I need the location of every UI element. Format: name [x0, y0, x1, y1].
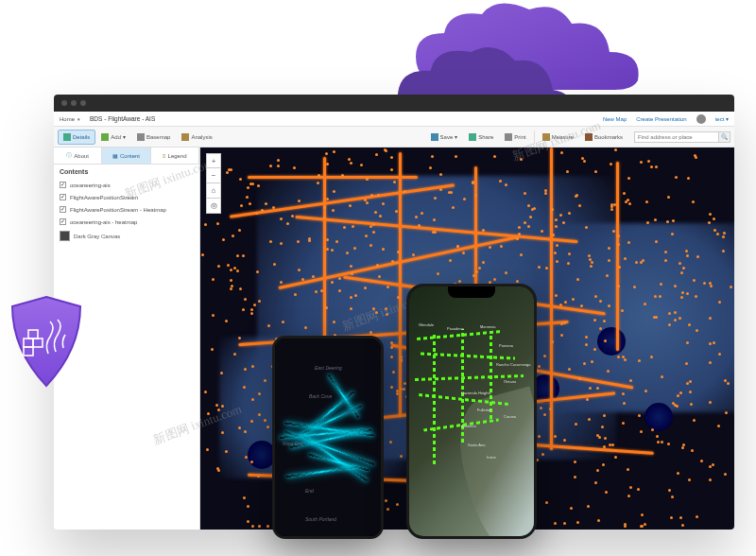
position-point: [222, 238, 225, 241]
position-point: [204, 391, 207, 393]
position-point: [266, 525, 269, 528]
position-point: [489, 246, 491, 249]
zoom-out-button[interactable]: −: [206, 168, 221, 183]
basemap-button[interactable]: Basemap: [131, 130, 176, 145]
position-point: [456, 245, 459, 248]
home-extent-button[interactable]: ⌂: [206, 183, 221, 199]
position-point: [562, 221, 565, 224]
position-point: [250, 460, 253, 463]
window-dot: [71, 100, 77, 106]
position-point: [655, 165, 658, 168]
add-button[interactable]: Add ▾: [95, 130, 131, 145]
position-point: [472, 181, 474, 183]
position-point: [612, 230, 615, 233]
chevron-down-icon: ▾: [77, 116, 80, 122]
tab-content[interactable]: ▦Content: [102, 148, 150, 164]
save-button[interactable]: Save ▾: [425, 130, 464, 145]
position-point: [277, 159, 280, 162]
checkbox-checked-icon[interactable]: [60, 206, 66, 213]
details-button[interactable]: Details: [58, 130, 95, 145]
position-point: [437, 272, 439, 275]
position-point: [233, 267, 236, 269]
position-point: [727, 382, 730, 385]
position-point: [206, 448, 209, 451]
position-point: [353, 247, 356, 250]
position-point: [690, 403, 693, 406]
new-map-link[interactable]: New Map: [603, 116, 627, 122]
position-point: [462, 252, 465, 254]
position-point: [236, 254, 239, 257]
user-name[interactable]: tect ▾: [715, 115, 729, 122]
position-point: [400, 359, 403, 362]
position-point: [261, 209, 264, 212]
flight-track: [550, 148, 553, 450]
position-point: [242, 308, 245, 311]
position-point: [251, 525, 254, 528]
position-point: [693, 419, 696, 422]
position-point: [624, 358, 627, 361]
search-input[interactable]: [634, 131, 719, 143]
position-point: [724, 473, 727, 476]
position-point: [556, 260, 558, 263]
checkbox-checked-icon[interactable]: [60, 194, 66, 200]
city-label: Pomona: [499, 343, 513, 348]
position-point: [390, 168, 393, 171]
position-point: [703, 282, 706, 285]
position-point: [717, 425, 720, 427]
home-button[interactable]: Home ▾: [60, 116, 80, 122]
position-point: [602, 463, 605, 466]
position-point: [269, 165, 272, 167]
route-line: [433, 332, 436, 464]
position-point: [554, 252, 557, 254]
tab-about[interactable]: ⓘAbout: [54, 148, 102, 164]
position-point: [668, 323, 671, 326]
zoom-in-button[interactable]: +: [206, 153, 221, 168]
position-point: [589, 387, 592, 390]
position-point: [563, 522, 566, 525]
position-point: [614, 456, 617, 459]
position-point: [266, 426, 269, 428]
save-icon: [431, 133, 438, 141]
city-label: Rancho Cucamonga: [496, 362, 530, 367]
position-point: [672, 402, 675, 405]
checkbox-checked-icon[interactable]: [60, 182, 66, 188]
checkbox-checked-icon[interactable]: [60, 218, 66, 225]
city-label: Monrovia: [480, 324, 495, 329]
toolbar: Details Add ▾ Basemap Analysis Save ▾ Sh…: [54, 127, 734, 148]
position-point: [599, 327, 602, 330]
position-point: [338, 289, 341, 292]
position-point: [576, 521, 579, 524]
avatar[interactable]: [696, 114, 706, 124]
position-point: [585, 343, 588, 346]
layer-item[interactable]: oceaneering-ais - heatmap: [54, 216, 199, 228]
position-point: [583, 160, 586, 163]
position-point: [682, 267, 685, 269]
position-point: [637, 488, 640, 491]
share-button[interactable]: Share: [463, 130, 499, 145]
position-point: [675, 176, 678, 179]
position-point: [369, 331, 372, 334]
position-point: [228, 168, 231, 171]
position-point: [366, 178, 369, 181]
position-point: [243, 496, 246, 499]
position-point: [709, 317, 712, 320]
activity-cluster: [644, 403, 673, 431]
position-point: [671, 495, 674, 498]
layer-item[interactable]: FlightAwarePositionStream - Heatmap: [54, 203, 199, 216]
position-point: [667, 443, 670, 445]
analysis-button[interactable]: Analysis: [176, 130, 217, 145]
search-icon[interactable]: 🔍: [719, 131, 730, 143]
plus-icon: [101, 133, 109, 141]
position-point: [635, 261, 638, 264]
position-point: [434, 197, 437, 200]
create-presentation-link[interactable]: Create Presentation: [636, 116, 686, 122]
position-point: [627, 468, 629, 471]
position-point: [247, 505, 249, 508]
position-point: [493, 155, 496, 158]
position-point: [580, 304, 583, 307]
basemap-item[interactable]: Dark Gray Canvas: [54, 228, 199, 244]
locate-button[interactable]: ◎: [206, 199, 221, 214]
position-point: [646, 221, 649, 224]
position-point: [617, 356, 620, 358]
position-point: [269, 240, 272, 243]
